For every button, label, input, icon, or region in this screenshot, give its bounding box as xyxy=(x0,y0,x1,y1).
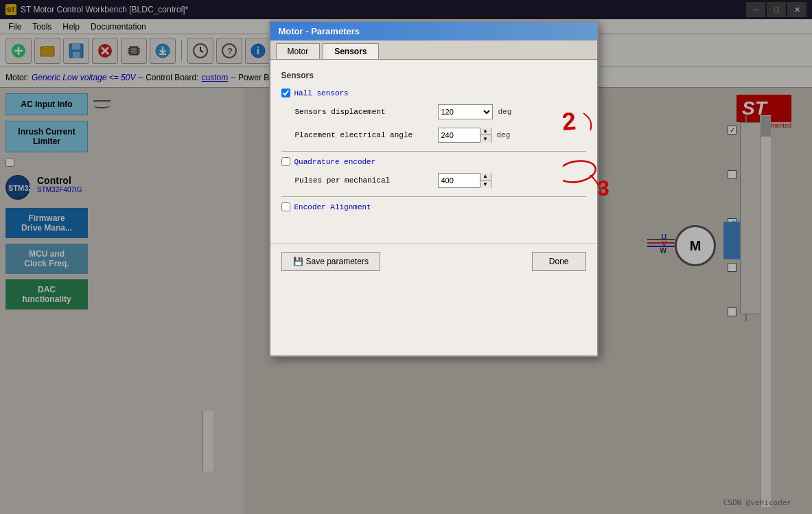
tab-sensors[interactable]: Sensors xyxy=(323,43,378,59)
pulses-spin-buttons[interactable]: ▲ ▼ xyxy=(480,173,491,188)
save-parameters-button[interactable]: 💾 Save parameters xyxy=(281,252,380,271)
hall-sensors-text: Hall sensors xyxy=(294,89,349,97)
quadrature-encoder-checkbox[interactable] xyxy=(281,157,290,166)
sensors-displacement-unit: deg xyxy=(498,108,512,116)
placement-angle-unit: deg xyxy=(497,131,511,139)
pulses-up[interactable]: ▲ xyxy=(480,173,491,180)
sensors-displacement-label: Sensors displacement xyxy=(295,108,432,116)
pulses-down[interactable]: ▼ xyxy=(480,180,491,188)
placement-angle-input[interactable] xyxy=(439,128,480,142)
modal-body: Sensors Hall sensors Sensors displacemen… xyxy=(270,60,597,229)
modal-title: Motor - Parameters xyxy=(270,22,597,40)
done-button[interactable]: Done xyxy=(532,252,586,271)
modal-overlay: Motor - Parameters Motor Sensors Sensors… xyxy=(0,0,812,514)
placement-angle-down[interactable]: ▼ xyxy=(480,135,491,143)
placement-angle-up[interactable]: ▲ xyxy=(480,128,491,135)
tab-motor[interactable]: Motor xyxy=(276,43,321,59)
sensors-displacement-row: Sensors displacement 120 60 180 deg xyxy=(281,104,586,119)
modal-tabs: Motor Sensors xyxy=(270,40,597,60)
modal-dialog: Motor - Parameters Motor Sensors Sensors… xyxy=(269,21,599,357)
encoder-alignment-label[interactable]: Encoder Alignment xyxy=(281,202,586,211)
svg-text:3: 3 xyxy=(597,176,610,200)
pulses-spinbox[interactable]: ▲ ▼ xyxy=(438,173,491,188)
placement-angle-row: Placement electrical angle ▲ ▼ deg xyxy=(281,128,586,143)
encoder-alignment-text: Encoder Alignment xyxy=(294,203,371,211)
hall-sensors-label[interactable]: Hall sensors xyxy=(281,89,586,97)
save-icon: 💾 xyxy=(293,257,303,266)
pulses-label: Pulses per mechanical xyxy=(295,176,432,185)
quadrature-encoder-text: Quadrature encoder xyxy=(294,158,376,166)
placement-angle-spinbox[interactable]: ▲ ▼ xyxy=(438,128,491,143)
sensors-displacement-select[interactable]: 120 60 180 xyxy=(438,104,493,119)
quadrature-encoder-label[interactable]: Quadrature encoder xyxy=(281,157,586,166)
pulses-input[interactable] xyxy=(439,174,480,187)
hall-sensors-checkbox[interactable] xyxy=(281,89,290,97)
sensors-section-label: Sensors xyxy=(281,71,586,80)
placement-angle-label: Placement electrical angle xyxy=(295,131,432,139)
encoder-alignment-checkbox[interactable] xyxy=(281,202,290,211)
pulses-row: Pulses per mechanical ▲ ▼ xyxy=(281,173,586,188)
save-label: Save parameters xyxy=(306,257,369,266)
placement-angle-spin-buttons[interactable]: ▲ ▼ xyxy=(480,128,491,143)
modal-footer: 💾 Save parameters Done xyxy=(270,243,597,279)
